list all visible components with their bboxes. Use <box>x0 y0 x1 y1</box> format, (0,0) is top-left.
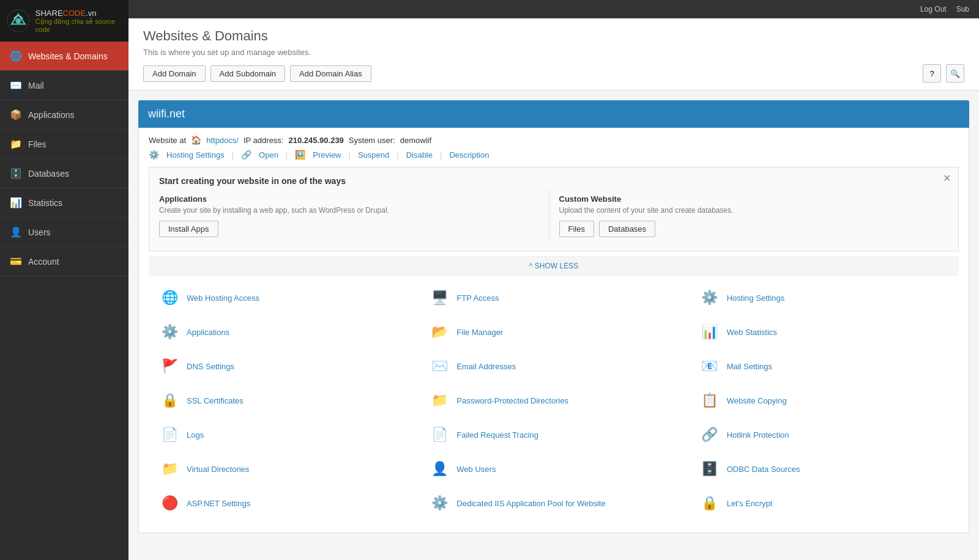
icon-item-website-copying[interactable]: 📋 Website Copying <box>689 383 959 418</box>
suspend-action[interactable]: Suspend <box>358 150 389 160</box>
icon-item-web-users[interactable]: 👤 Web Users <box>419 452 688 486</box>
logo-share: SHARE <box>35 9 63 18</box>
logout-link[interactable]: Log Out <box>920 5 947 13</box>
hotlink-protection-label: Hotlink Protection <box>727 430 789 440</box>
domain-body: Website at 🏠 httpdocs/ IP address: 210.2… <box>138 128 969 533</box>
preview-action-icon: 🖼️ <box>295 150 305 160</box>
databases-icon: 🗄️ <box>10 168 22 179</box>
logo-subtitle: Cộng đồng chia sẻ source code <box>35 18 122 33</box>
icon-item-aspnet-settings[interactable]: 🔴 ASP.NET Settings <box>149 486 419 520</box>
virtual-directories-label: Virtual Directories <box>187 465 249 474</box>
toolbar: Add Domain Add Subdomain Add Domain Alia… <box>143 64 964 83</box>
start-panel-grid: Applications Create your site by install… <box>159 190 948 242</box>
logs-icon: 📄 <box>158 424 181 446</box>
help-button[interactable]: ? <box>923 64 941 83</box>
ftp-access-label: FTP Access <box>456 293 499 303</box>
sidebar-item-databases[interactable]: 🗄️ Databases <box>0 159 128 188</box>
icon-item-password-protected[interactable]: 📁 Password-Protected Directories <box>419 383 688 418</box>
icon-item-ssl-certificates[interactable]: 🔒 SSL Certificates <box>149 383 419 418</box>
custom-website-col: Custom Website Upload the content of you… <box>549 190 949 242</box>
add-domain-button[interactable]: Add Domain <box>143 65 206 82</box>
custom-files-button[interactable]: Files <box>559 221 594 237</box>
icon-item-logs[interactable]: 📄 Logs <box>149 418 419 452</box>
svg-point-1 <box>15 18 21 23</box>
icon-item-web-hosting-access[interactable]: 🌐 Web Hosting Access <box>149 281 419 315</box>
sidebar-item-account[interactable]: 💳 Account <box>0 247 128 276</box>
website-at-label: Website at <box>149 136 186 145</box>
website-copying-icon: 📋 <box>699 389 721 411</box>
files-icon: 📁 <box>10 138 22 150</box>
disable-action[interactable]: Disable <box>406 150 433 160</box>
aspnet-settings-label: ASP.NET Settings <box>187 499 250 508</box>
icon-item-mail-settings[interactable]: 📧 Mail Settings <box>689 349 959 383</box>
search-button[interactable]: 🔍 <box>946 64 964 83</box>
icon-item-virtual-directories[interactable]: 📁 Virtual Directories <box>149 452 419 486</box>
icon-item-dedicated-iis[interactable]: ⚙️ Dedicated IIS Application Pool for We… <box>419 486 688 520</box>
icon-item-failed-request-tracing[interactable]: 📄 Failed Request Tracing <box>419 418 688 452</box>
sidebar-item-mail[interactable]: ✉️ Mail <box>0 71 128 100</box>
lets-encrypt-icon: 🔒 <box>699 492 721 514</box>
custom-databases-button[interactable]: Databases <box>599 221 655 237</box>
users-icon: 👤 <box>10 226 22 238</box>
page-header: Websites & Domains This is where you set… <box>128 18 979 90</box>
dedicated-iis-label: Dedicated IIS Application Pool for Websi… <box>456 499 605 508</box>
sidebar-item-statistics[interactable]: 📊 Statistics <box>0 188 128 218</box>
web-statistics-label: Web Statistics <box>727 328 777 337</box>
domain-section: wiifi.net Website at 🏠 httpdocs/ IP addr… <box>138 100 969 533</box>
add-domain-alias-button[interactable]: Add Domain Alias <box>290 65 371 82</box>
description-action[interactable]: Description <box>449 150 489 160</box>
web-hosting-access-icon: 🌐 <box>158 287 181 309</box>
applications-col: Applications Create your site by install… <box>159 190 549 242</box>
sidebar-item-websites[interactable]: 🌐 Websites & Domains <box>0 42 128 71</box>
file-manager-icon: 📂 <box>428 321 450 343</box>
sidebar-item-files[interactable]: 📁 Files <box>0 130 128 159</box>
icon-item-web-statistics[interactable]: 📊 Web Statistics <box>689 315 959 349</box>
hosting-settings-label: Hosting Settings <box>727 293 785 303</box>
close-start-panel-button[interactable]: ✕ <box>943 172 951 184</box>
applications-icon: 📦 <box>10 109 22 120</box>
sidebar-item-applications[interactable]: 📦 Applications <box>0 100 128 130</box>
icon-item-lets-encrypt[interactable]: 🔒 Let's Encrypt <box>689 486 959 520</box>
logs-label: Logs <box>187 430 204 440</box>
applications-col-desc: Create your site by installing a web app… <box>159 206 549 215</box>
email-addresses-icon: ✉️ <box>428 355 450 377</box>
email-addresses-label: Email Addresses <box>456 362 516 371</box>
sidebar-item-users[interactable]: 👤 Users <box>0 218 128 247</box>
domain-actions: ⚙️ Hosting Settings | 🔗 Open | 🖼️ Previe… <box>149 150 959 160</box>
logo: SHARECODE.vn Cộng đồng chia sẻ source co… <box>0 0 128 42</box>
preview-action[interactable]: Preview <box>313 150 341 160</box>
domain-info: Website at 🏠 httpdocs/ IP address: 210.2… <box>149 135 959 145</box>
dns-settings-label: DNS Settings <box>187 362 234 371</box>
web-users-label: Web Users <box>456 465 496 474</box>
icon-item-odbc-data-sources[interactable]: 🗄️ ODBC Data Sources <box>689 452 959 486</box>
dns-settings-icon: 🚩 <box>158 355 181 377</box>
ssl-certificates-label: SSL Certificates <box>187 396 244 405</box>
applications-label: Applications <box>187 328 229 337</box>
applications-icon: ⚙️ <box>158 321 181 343</box>
icon-item-dns-settings[interactable]: 🚩 DNS Settings <box>149 349 419 383</box>
icon-item-email-addresses[interactable]: ✉️ Email Addresses <box>419 349 688 383</box>
sidebar-item-label: Statistics <box>28 198 62 208</box>
hosting-settings-action[interactable]: Hosting Settings <box>166 150 225 160</box>
open-action[interactable]: Open <box>259 150 278 160</box>
dedicated-iis-icon: ⚙️ <box>428 492 450 514</box>
show-less-button[interactable]: ^ SHOW LESS <box>149 256 959 276</box>
domain-header: wiifi.net <box>138 100 969 128</box>
add-subdomain-button[interactable]: Add Subdomain <box>210 65 286 82</box>
icon-item-applications[interactable]: ⚙️ Applications <box>149 315 419 349</box>
open-action-icon: 🔗 <box>241 150 251 160</box>
icon-item-file-manager[interactable]: 📂 File Manager <box>419 315 688 349</box>
aspnet-settings-icon: 🔴 <box>158 492 181 514</box>
sub-link[interactable]: Sub <box>956 5 969 13</box>
icon-item-hotlink-protection[interactable]: 🔗 Hotlink Protection <box>689 418 959 452</box>
httpdocs-link[interactable]: httpdocs/ <box>206 136 239 145</box>
account-icon: 💳 <box>10 256 22 267</box>
icon-item-hosting-settings[interactable]: ⚙️ Hosting Settings <box>689 281 959 315</box>
failed-request-tracing-label: Failed Request Tracing <box>456 430 538 440</box>
failed-request-tracing-icon: 📄 <box>428 424 450 446</box>
install-apps-button[interactable]: Install Apps <box>159 221 218 237</box>
httpdocs-icon: 🏠 <box>191 135 201 145</box>
icon-item-ftp-access[interactable]: 🖥️ FTP Access <box>419 281 688 315</box>
web-hosting-access-label: Web Hosting Access <box>187 293 259 303</box>
icon-grid: 🌐 Web Hosting Access 🖥️ FTP Access ⚙️ Ho… <box>149 276 959 525</box>
